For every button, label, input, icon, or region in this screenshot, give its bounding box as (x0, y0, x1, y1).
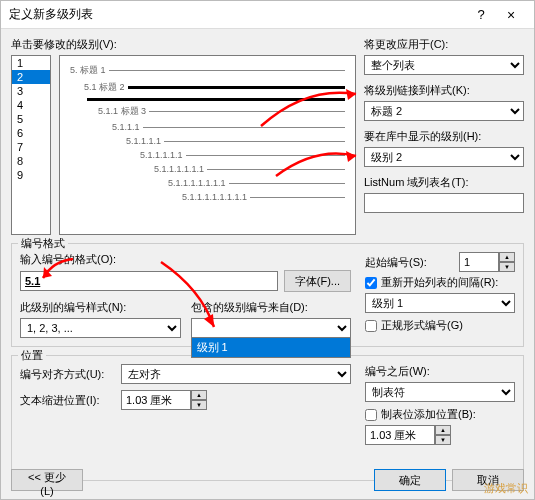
include-from-dropdown[interactable]: 级别 1 (191, 337, 352, 358)
preview-pane: 5. 标题 15.1 标题 25.1.1 标题 35.1.1.15.1.1.1.… (59, 55, 356, 235)
indent-spinner[interactable]: ▲▼ (121, 390, 207, 410)
indent-label: 文本缩进位置(I): (20, 393, 115, 408)
number-format-input[interactable] (20, 271, 278, 291)
level-item-8[interactable]: 8 (12, 154, 50, 168)
legal-checkbox[interactable] (365, 320, 377, 332)
preview-line (70, 98, 345, 101)
link-style-label: 将级别链接到样式(K): (364, 83, 524, 98)
level-item-1[interactable]: 1 (12, 56, 50, 70)
position-group: 位置 编号对齐方式(U): 左对齐 文本缩进位置(I): ▲▼ (11, 355, 524, 481)
level-list-label: 单击要修改的级别(V): (11, 37, 356, 52)
preview-line: 5.1.1.1.1.1.1.1 (70, 178, 345, 188)
level-item-5[interactable]: 5 (12, 112, 50, 126)
spin-up-icon[interactable]: ▲ (499, 252, 515, 262)
spin-up-icon[interactable]: ▲ (191, 390, 207, 400)
spin-up-icon[interactable]: ▲ (435, 425, 451, 435)
dialog-window: 定义新多级列表 ? × 单击要修改的级别(V): 123456789 5. 标题… (0, 0, 535, 500)
position-title: 位置 (18, 348, 46, 363)
enter-format-label: 输入编号的格式(O): (20, 252, 351, 267)
level-list[interactable]: 123456789 (11, 55, 51, 235)
preview-line: 5.1.1.1.1.1.1.1.1 (70, 192, 345, 202)
titlebar: 定义新多级列表 ? × (1, 1, 534, 29)
gallery-level-select[interactable]: 级别 2 (364, 147, 524, 167)
legal-label[interactable]: 正规形式编号(G) (381, 318, 463, 333)
include-from-select[interactable] (191, 318, 352, 338)
ok-button[interactable]: 确定 (374, 469, 446, 491)
level-item-7[interactable]: 7 (12, 140, 50, 154)
tab-stop-checkbox[interactable] (365, 409, 377, 421)
number-style-label: 此级别的编号样式(N): (20, 300, 181, 315)
restart-checkbox[interactable] (365, 277, 377, 289)
gallery-level-label: 要在库中显示的级别(H): (364, 129, 524, 144)
tab-stop-label[interactable]: 制表位添加位置(B): (381, 407, 476, 422)
number-format-group: 编号格式 输入编号的格式(O): 字体(F)... 此级别的编号样式(N): 1… (11, 243, 524, 347)
tab-stop-spinner[interactable]: ▲▼ (365, 425, 451, 445)
preview-line: 5. 标题 1 (70, 64, 345, 77)
tab-after-label: 编号之后(W): (365, 364, 515, 379)
dialog-title: 定义新多级列表 (9, 6, 466, 23)
preview-line: 5.1.1.1 (70, 122, 345, 132)
align-select[interactable]: 左对齐 (121, 364, 351, 384)
level-item-9[interactable]: 9 (12, 168, 50, 182)
restart-label[interactable]: 重新开始列表的间隔(R): (381, 275, 498, 290)
level-item-3[interactable]: 3 (12, 84, 50, 98)
preview-line: 5.1.1.1.1.1 (70, 150, 345, 160)
apply-to-label: 将更改应用于(C): (364, 37, 524, 52)
preview-line: 5.1.1 标题 3 (70, 105, 345, 118)
preview-line: 5.1.1.1.1 (70, 136, 345, 146)
include-from-label: 包含的级别编号来自(D): (191, 300, 352, 315)
spin-down-icon[interactable]: ▼ (435, 435, 451, 445)
level-item-4[interactable]: 4 (12, 98, 50, 112)
start-at-label: 起始编号(S): (365, 255, 454, 270)
close-button[interactable]: × (496, 7, 526, 23)
align-label: 编号对齐方式(U): (20, 367, 115, 382)
number-style-select[interactable]: 1, 2, 3, ... (20, 318, 181, 338)
font-button[interactable]: 字体(F)... (284, 270, 351, 292)
apply-to-select[interactable]: 整个列表 (364, 55, 524, 75)
watermark: 游戏常识 (484, 481, 528, 496)
number-format-title: 编号格式 (18, 236, 68, 251)
listnum-input[interactable] (364, 193, 524, 213)
spin-down-icon[interactable]: ▼ (499, 262, 515, 272)
spin-down-icon[interactable]: ▼ (191, 400, 207, 410)
level-item-6[interactable]: 6 (12, 126, 50, 140)
link-style-select[interactable]: 标题 2 (364, 101, 524, 121)
help-button[interactable]: ? (466, 7, 496, 22)
less-button[interactable]: << 更少(L) (11, 469, 83, 491)
level-item-2[interactable]: 2 (12, 70, 50, 84)
dropdown-item-level1[interactable]: 级别 1 (192, 338, 351, 357)
restart-after-select[interactable]: 级别 1 (365, 293, 515, 313)
preview-line: 5.1.1.1.1.1.1 (70, 164, 345, 174)
start-at-spinner[interactable]: ▲▼ (459, 252, 515, 272)
preview-line: 5.1 标题 2 (70, 81, 345, 94)
listnum-label: ListNum 域列表名(T): (364, 175, 524, 190)
tab-after-select[interactable]: 制表符 (365, 382, 515, 402)
dialog-footer: << 更少(L) 确定 取消 (11, 469, 524, 491)
